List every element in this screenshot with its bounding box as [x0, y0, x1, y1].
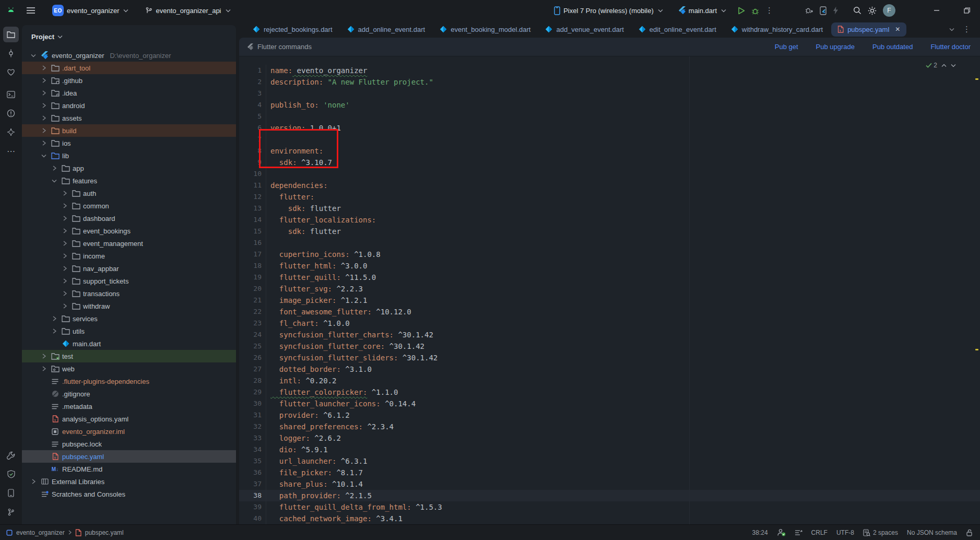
line-number[interactable]: 18	[239, 260, 266, 272]
tree-item-scratches-and-consoles[interactable]: Scratches and Consoles	[22, 488, 236, 500]
tree-item--metadata[interactable]: .metadata	[22, 400, 236, 413]
line-number[interactable]: 11	[239, 180, 266, 191]
line-number[interactable]: 29	[239, 386, 266, 398]
indent-setting[interactable]: 2 spaces	[863, 529, 898, 536]
tab-options-icon[interactable]: ⋮	[960, 25, 974, 34]
plugin-status-icon[interactable]	[777, 529, 786, 536]
pull-requests-tool-icon[interactable]	[3, 64, 19, 80]
chevron-right-icon[interactable]	[40, 103, 48, 108]
tab-add-online-event-dart[interactable]: add_online_event.dart	[341, 22, 432, 37]
code-style-icon[interactable]	[795, 529, 802, 536]
line-number[interactable]: 25	[239, 341, 266, 352]
chevron-right-icon[interactable]	[61, 228, 69, 233]
code-line[interactable]: 38 path_provider: ^2.1.5	[239, 490, 980, 501]
line-number[interactable]: 5	[239, 111, 266, 122]
chevron-down-icon[interactable]	[57, 35, 63, 39]
code-line[interactable]: 10	[239, 168, 980, 180]
terminal-tool-icon[interactable]	[3, 87, 19, 102]
more-tool-windows-icon[interactable]: ⋯	[3, 143, 19, 159]
tree-item-analysis-options-yaml[interactable]: analysis_options.yaml	[22, 413, 236, 425]
chevron-right-icon[interactable]	[40, 78, 48, 83]
line-number[interactable]: 33	[239, 432, 266, 444]
run-button[interactable]	[735, 5, 748, 17]
line-number[interactable]: 10	[239, 168, 266, 180]
window-minimize-button[interactable]	[929, 3, 944, 18]
tree-item-services[interactable]: services	[22, 312, 236, 325]
code-line[interactable]: 36 file_picker: ^8.1.7	[239, 467, 980, 478]
line-number[interactable]: 31	[239, 409, 266, 421]
chevron-right-icon[interactable]	[61, 203, 69, 208]
line-number[interactable]: 26	[239, 352, 266, 363]
code-line[interactable]: 39 flutter_quill_delta_from_html: ^1.5.3	[239, 501, 980, 513]
code-line[interactable]: 35 url_launcher: ^6.3.1	[239, 455, 980, 467]
chevron-right-icon[interactable]	[61, 266, 69, 271]
line-number[interactable]: 2	[239, 76, 266, 88]
code-line[interactable]: 19 flutter_quill: ^11.5.0	[239, 272, 980, 283]
chevron-right-icon[interactable]	[40, 115, 48, 121]
tree-item-evento-organizer[interactable]: evento_organizerD:\evento_organizer	[22, 49, 236, 62]
code-line[interactable]: 1name: evento_organizer	[239, 65, 980, 76]
tree-item--dart-tool[interactable]: .dart_tool	[22, 62, 236, 74]
code-line[interactable]: 12 flutter:	[239, 191, 980, 203]
line-number[interactable]: 30	[239, 398, 266, 409]
line-number[interactable]: 35	[239, 455, 266, 467]
code-line[interactable]: 31 provider: ^6.1.2	[239, 409, 980, 421]
flutter-command-pub-get[interactable]: Pub get	[775, 43, 798, 51]
tree-item-readme-md[interactable]: M↓README.md	[22, 463, 236, 475]
line-number[interactable]: 23	[239, 318, 266, 329]
code-line[interactable]: 8environment:	[239, 145, 980, 157]
flutter-command-pub-upgrade[interactable]: Pub upgrade	[816, 43, 855, 51]
chevron-right-icon[interactable]	[40, 90, 48, 96]
tree-item-income[interactable]: income	[22, 250, 236, 262]
chevron-right-icon[interactable]	[61, 253, 69, 259]
chevron-right-icon[interactable]	[61, 303, 69, 309]
chevron-right-icon[interactable]	[61, 291, 69, 296]
flutter-command-pub-outdated[interactable]: Pub outdated	[872, 43, 913, 51]
tree-item-test[interactable]: test	[22, 350, 236, 362]
chevron-right-icon[interactable]	[61, 278, 69, 284]
code-line[interactable]: 17 cupertino_icons: ^1.0.8	[239, 249, 980, 260]
code-line[interactable]: 30 flutter_launcher_icons: ^0.14.4	[239, 398, 980, 409]
tree-item-event-management[interactable]: event_management	[22, 237, 236, 250]
tree-item--gitignore[interactable]: .gitignore	[22, 388, 236, 400]
line-number[interactable]: 3	[239, 88, 266, 99]
line-separator[interactable]: CRLF	[811, 529, 828, 536]
line-number[interactable]: 27	[239, 363, 266, 375]
tab-event-booking-model-dart[interactable]: event_booking_model.dart	[433, 22, 537, 37]
tree-item--idea[interactable]: .idea	[22, 87, 236, 99]
code-line[interactable]: 11dependencies:	[239, 180, 980, 191]
build-tool-icon[interactable]	[3, 448, 19, 463]
device-selector[interactable]: Pixel 7 Pro (wireless) (mobile)	[551, 4, 666, 17]
prev-problem-icon[interactable]	[941, 64, 947, 67]
code-line[interactable]: 34 dio: ^5.9.1	[239, 444, 980, 455]
vcs-branch-widget[interactable]: evento_organizer_api	[142, 5, 233, 17]
problems-tool-icon[interactable]	[3, 105, 19, 121]
tree-item-withdraw[interactable]: withdraw	[22, 300, 236, 312]
tree-item--github[interactable]: .github	[22, 74, 236, 87]
code-line[interactable]: 5	[239, 111, 980, 122]
code-line[interactable]: 15 sdk: flutter	[239, 226, 980, 237]
caret-position[interactable]: 38:24	[752, 529, 768, 536]
line-number[interactable]: 13	[239, 203, 266, 214]
line-number[interactable]: 19	[239, 272, 266, 283]
chevron-down-icon[interactable]	[40, 154, 48, 158]
commit-tool-icon[interactable]	[3, 45, 19, 61]
chevron-right-icon[interactable]	[40, 140, 48, 146]
line-number[interactable]: 17	[239, 249, 266, 260]
chevron-right-icon[interactable]	[61, 191, 69, 196]
code-line[interactable]: 9 sdk: ^3.10.7	[239, 157, 980, 168]
line-number[interactable]: 14	[239, 214, 266, 226]
line-number[interactable]: 22	[239, 306, 266, 318]
code-line[interactable]: 6version: 1.0.0+1	[239, 122, 980, 134]
device-manager-tool-icon[interactable]	[3, 485, 19, 501]
tab-rejected-bookings-dart[interactable]: rejected_bookings.dart	[246, 22, 339, 37]
version-control-tool-icon[interactable]	[3, 504, 19, 520]
code-line[interactable]: 33 logger: ^2.6.2	[239, 432, 980, 444]
line-number[interactable]: 39	[239, 501, 266, 513]
run-configuration-selector[interactable]: main.dart	[676, 4, 729, 17]
tree-item-android[interactable]: android	[22, 99, 236, 112]
code-line[interactable]: 24 syncfusion_flutter_charts: ^30.1.42	[239, 329, 980, 341]
code-line[interactable]: 25 syncfusion_flutter_core: ^30.1.42	[239, 341, 980, 352]
tab-withdraw-history-card-dart[interactable]: withdraw_history_card.dart	[725, 22, 829, 37]
code-line[interactable]: 28 intl: ^0.20.2	[239, 375, 980, 386]
